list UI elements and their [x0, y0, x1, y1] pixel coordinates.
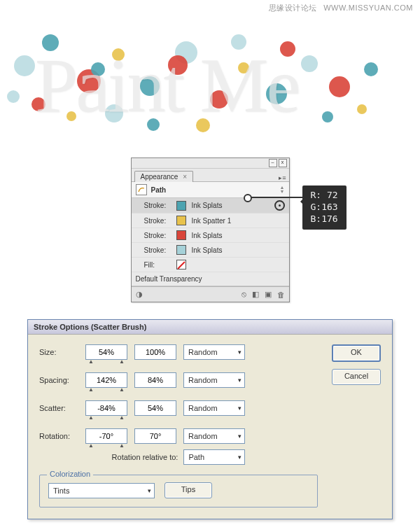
spacing-input-a[interactable] [85, 372, 127, 388]
slider-icon[interactable]: ▲▲ [85, 386, 127, 393]
callout-line [246, 197, 302, 198]
rotation-relative-row: Rotation relative to: Path ▾ [39, 449, 318, 465]
fill-swatch-none[interactable] [176, 260, 186, 270]
size-row: Size: ▲▲ Random ▾ [39, 344, 318, 360]
spacing-label: Spacing: [39, 376, 78, 384]
scatter-input-b[interactable] [134, 400, 176, 416]
rgb-tooltip: R: 72 G:163 B:176 [302, 186, 346, 230]
b-value: 176 [321, 214, 337, 224]
watermark-cn: 思缘设计论坛 [269, 4, 317, 12]
brush-name: Ink Splats [192, 232, 223, 239]
default-transparency-label: Default Transparency [136, 275, 202, 283]
spacing-row: Spacing: ▲▲ Random ▾ [39, 372, 318, 388]
stroke-row[interactable]: Stroke: Ink Splats [132, 243, 289, 258]
artwork-text: Paint Me [35, 41, 298, 130]
b-label: B: [311, 214, 322, 224]
chevron-down-icon: ▾ [238, 454, 241, 461]
artwork-canvas: Paint Me [0, 13, 420, 153]
rotation-mode-select[interactable]: Random ▾ [183, 428, 245, 444]
color-swatch[interactable] [176, 245, 186, 255]
panel-footer: ◑ ⦸ ◧ ▣ 🗑 [132, 286, 289, 302]
scroll-arrows-icon[interactable]: ▲▼ [280, 186, 285, 194]
scatter-input-a[interactable] [85, 400, 127, 416]
color-swatch[interactable] [176, 216, 186, 225]
chevron-down-icon: ▾ [238, 405, 241, 412]
rotation-relative-select[interactable]: Path ▾ [183, 449, 245, 465]
new-fill-icon[interactable]: ◧ [252, 290, 259, 299]
size-input-b[interactable] [134, 344, 176, 360]
brush-name: Ink Splats [192, 246, 223, 254]
panel-titlebar[interactable]: – x [132, 158, 289, 169]
select-value: Path [188, 453, 204, 461]
fill-label: Fill: [144, 261, 171, 269]
scatter-row: Scatter: ▲▲ Random ▾ [39, 400, 318, 416]
new-stroke-icon[interactable]: ▣ [265, 290, 272, 299]
size-label: Size: [39, 348, 78, 356]
tab-label: Appearance [141, 173, 178, 181]
stroke-label: Stroke: [144, 217, 171, 225]
slider-icon[interactable]: ▲▲ [85, 358, 127, 365]
colorization-method-select[interactable]: Tints ▾ [48, 483, 155, 498]
watermark: 思缘设计论坛 WWW.MISSYUAN.COM [0, 0, 420, 13]
spacing-mode-select[interactable]: Random ▾ [183, 372, 245, 388]
chevron-down-icon: ▾ [238, 349, 241, 356]
rotation-row: Rotation: ▲▲ Random ▾ [39, 428, 318, 444]
watermark-url: WWW.MISSYUAN.COM [323, 4, 413, 12]
fill-row[interactable]: Fill: [132, 258, 289, 272]
appearance-panel: – x Appearance × ▸≡ Path ▲▼ Stroke: Ink … [131, 158, 290, 302]
minimize-icon[interactable]: – [269, 159, 277, 167]
select-value: Random [188, 348, 218, 356]
stroke-label: Stroke: [144, 202, 171, 209]
rotation-input-b[interactable] [134, 428, 176, 444]
callout-dot [244, 194, 252, 202]
stroke-row[interactable]: Stroke: Ink Splats [132, 198, 289, 214]
color-swatch[interactable] [176, 201, 186, 211]
cancel-button[interactable]: Cancel [332, 369, 381, 385]
chevron-down-icon: ▾ [238, 433, 241, 440]
brush-name: Ink Spatter 1 [192, 217, 232, 225]
r-value: 72 [327, 190, 338, 200]
path-target-row[interactable]: Path ▲▼ [132, 182, 289, 198]
slider-icon[interactable]: ▲▲ [85, 442, 127, 449]
size-input-a[interactable] [85, 344, 127, 360]
rotation-label: Rotation: [39, 432, 78, 440]
tab-appearance[interactable]: Appearance × [134, 171, 194, 182]
colorization-fieldset: Colorization Tints ▾ Tips [39, 475, 318, 507]
stroke-options-dialog: Stroke Options (Scatter Brush) Size: ▲▲ … [27, 319, 393, 519]
stroke-label: Stroke: [144, 232, 171, 239]
tab-close-icon[interactable]: × [183, 173, 187, 181]
spacing-input-b[interactable] [134, 372, 176, 388]
close-icon[interactable]: x [279, 159, 287, 167]
toggle-icon[interactable]: ◑ [136, 290, 143, 299]
stroke-label: Stroke: [144, 246, 171, 254]
tips-button[interactable]: Tips [164, 482, 212, 498]
stroke-row[interactable]: Stroke: Ink Splats [132, 228, 289, 243]
g-value: 163 [321, 202, 337, 212]
brush-name: Ink Splats [192, 202, 223, 209]
select-value: Random [188, 376, 218, 384]
select-value: Random [188, 404, 218, 412]
scatter-mode-select[interactable]: Random ▾ [183, 400, 245, 416]
path-label: Path [151, 186, 167, 194]
chevron-down-icon: ▾ [148, 487, 151, 494]
default-transparency-row[interactable]: Default Transparency [132, 272, 289, 286]
stroke-row[interactable]: Stroke: Ink Spatter 1 [132, 214, 289, 228]
prohibit-icon[interactable]: ⦸ [241, 290, 246, 299]
rotation-input-a[interactable] [85, 428, 127, 444]
dialog-title[interactable]: Stroke Options (Scatter Brush) [28, 320, 392, 335]
trash-icon[interactable]: 🗑 [277, 290, 285, 299]
target-icon[interactable] [274, 200, 285, 211]
colorization-legend: Colorization [47, 470, 93, 478]
color-swatch[interactable] [176, 230, 186, 240]
slider-icon[interactable]: ▲▲ [85, 414, 127, 421]
g-label: G: [311, 202, 322, 212]
ok-button[interactable]: OK [332, 344, 381, 362]
r-label: R: [311, 190, 322, 200]
panel-menu-icon[interactable]: ▸≡ [279, 174, 286, 181]
chevron-down-icon: ▾ [238, 377, 241, 384]
scatter-label: Scatter: [39, 404, 78, 412]
size-mode-select[interactable]: Random ▾ [183, 344, 245, 360]
select-value: Random [188, 432, 218, 440]
select-value: Tints [53, 486, 69, 495]
path-icon [136, 184, 147, 195]
